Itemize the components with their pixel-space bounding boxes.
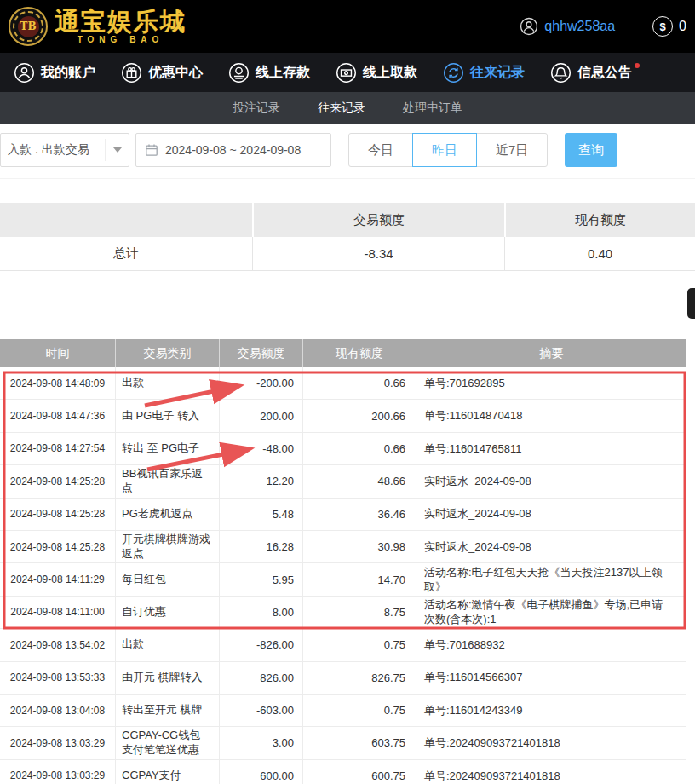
table-row: 2024-09-08 14:48:09出款-200.000.66单号:70169… <box>0 367 686 400</box>
date-range-input[interactable]: 2024-09-08 ~ 2024-09-08 <box>135 133 331 167</box>
summary-header-balance: 现有额度 <box>504 203 695 237</box>
cell-time: 2024-09-08 14:25:28 <box>0 465 115 497</box>
cell-type: 出款 <box>115 629 219 660</box>
cell-balance: 36.46 <box>302 499 416 530</box>
cell-summary: 单号:116014566307 <box>416 662 686 694</box>
chevron-down-icon <box>105 139 129 161</box>
site-subtitle: TONG BAO <box>55 35 187 44</box>
nav-item-my-account[interactable]: 我的账户 <box>14 62 95 84</box>
table-row: 2024-09-08 14:25:28开元棋牌棋牌游戏返点16.2830.98实… <box>0 531 686 563</box>
sub-nav: 投注记录 往来记录 处理中订单 <box>0 92 695 124</box>
cell-amount: 5.95 <box>219 563 302 595</box>
filter-bar: 入款 . 出款交易 2024-09-08 ~ 2024-09-08 今日 昨日 … <box>0 124 695 179</box>
cell-amount: 8.00 <box>219 597 302 628</box>
spacer <box>0 179 695 203</box>
col-header-summary: 摘要 <box>416 339 686 367</box>
cell-amount: 3.00 <box>219 727 302 758</box>
tab-processing-orders[interactable]: 处理中订单 <box>403 101 462 116</box>
cell-type: 转出至开元 棋牌 <box>115 695 219 726</box>
nav-item-records[interactable]: 往来记录 <box>443 62 525 84</box>
yesterday-button[interactable]: 昨日 <box>412 133 477 167</box>
cell-balance: 600.75 <box>302 760 416 784</box>
cell-amount: -200.00 <box>219 367 302 399</box>
deposit-icon <box>228 62 250 84</box>
nav-label: 往来记录 <box>470 64 525 82</box>
cell-balance: 30.98 <box>302 531 416 562</box>
user-area: qhhw258aa $ 0 <box>520 16 686 37</box>
tab-transaction-records[interactable]: 往来记录 <box>318 101 365 116</box>
site-logo[interactable]: TB 通宝娱乐城 TONG BAO <box>9 7 187 46</box>
balance-value: 0 <box>679 19 686 34</box>
nav-item-announcements[interactable]: 信息公告 <box>550 62 632 84</box>
table-row: 2024-09-08 14:25:28BB视讯百家乐返点12.2048.66实时… <box>0 465 686 498</box>
cell-summary: 单号:202409093721401818 <box>416 727 686 758</box>
table-row: 2024-09-08 13:03:29CGPAY支付600.00600.75单号… <box>0 760 686 784</box>
top-header: TB 通宝娱乐城 TONG BAO qhhw258aa $ 0 <box>0 0 695 53</box>
nav-label: 线上存款 <box>256 64 310 82</box>
cell-type: 转出 至 PG电子 <box>115 433 219 464</box>
user-icon <box>14 62 35 84</box>
cell-time: 2024-09-08 13:03:29 <box>0 727 115 758</box>
coin-dollar-icon[interactable]: $ <box>652 16 673 37</box>
last7days-button[interactable]: 近7日 <box>476 133 548 167</box>
table-row: 2024-09-08 14:25:28PG老虎机返点5.4836.46实时返水_… <box>0 499 686 531</box>
cell-balance: 14.70 <box>302 563 416 595</box>
cell-time: 2024-09-08 13:53:33 <box>0 662 115 694</box>
today-button[interactable]: 今日 <box>348 133 413 167</box>
cell-summary: 单号:701692895 <box>416 367 686 399</box>
col-header-amount: 交易额度 <box>219 339 302 367</box>
cell-type: 自订优惠 <box>115 597 219 628</box>
cell-amount: 12.20 <box>219 465 302 497</box>
cell-type: PG老虎机返点 <box>115 499 219 530</box>
date-range-value: 2024-09-08 ~ 2024-09-08 <box>165 143 301 157</box>
transaction-type-value: 入款 . 出款交易 <box>8 142 89 158</box>
cell-balance: 826.75 <box>302 662 416 694</box>
cell-type: CGPAY支付 <box>115 760 219 784</box>
cell-time: 2024-09-08 14:11:29 <box>0 563 115 595</box>
cell-amount: 826.00 <box>219 662 302 694</box>
transaction-type-select[interactable]: 入款 . 出款交易 <box>0 133 129 167</box>
cell-type: 由开元 棋牌转入 <box>115 662 219 694</box>
nav-item-promotions[interactable]: 优惠中心 <box>121 62 203 84</box>
nav-item-deposit[interactable]: 线上存款 <box>228 62 310 84</box>
table-body: 2024-09-08 14:48:09出款-200.000.66单号:70169… <box>0 367 686 784</box>
cell-balance: 200.66 <box>302 400 416 431</box>
cell-amount: -603.00 <box>219 695 302 726</box>
cell-amount: -48.00 <box>219 433 302 464</box>
table-header-row: 时间 交易类别 交易额度 现有额度 摘要 <box>0 339 686 367</box>
cell-balance: 48.66 <box>302 465 416 497</box>
transactions-table: 时间 交易类别 交易额度 现有额度 摘要 2024-09-08 14:48:09… <box>0 339 686 784</box>
summary-header-empty <box>0 203 252 237</box>
cell-summary: 单号:116014870418 <box>416 400 686 431</box>
cell-balance: 0.66 <box>302 433 416 464</box>
cell-time: 2024-09-08 13:04:08 <box>0 695 115 726</box>
username[interactable]: qhhw258aa <box>544 19 615 34</box>
cell-summary: 实时返水_2024-09-08 <box>416 531 686 562</box>
site-title: 通宝娱乐城 <box>55 9 187 34</box>
cell-summary: 活动名称:电子红包天天抢《当天投注2137以上领取》 <box>416 563 686 595</box>
summary-total-amount: -8.34 <box>252 237 504 270</box>
nav-label: 我的账户 <box>41 64 95 82</box>
withdraw-icon <box>336 62 357 84</box>
cell-summary: 实时返水_2024-09-08 <box>416 499 686 530</box>
col-header-type: 交易类别 <box>115 339 219 367</box>
cell-balance: 603.75 <box>302 727 416 758</box>
nav-item-withdraw[interactable]: 线上取款 <box>336 62 417 84</box>
cell-type: 由 PG电子 转入 <box>115 400 219 431</box>
summary-total-balance: 0.40 <box>504 237 695 270</box>
tab-betting-records[interactable]: 投注记录 <box>233 101 280 116</box>
cell-time: 2024-09-08 14:47:36 <box>0 400 115 431</box>
spacer <box>0 271 695 339</box>
cell-summary: 实时返水_2024-09-08 <box>416 465 686 497</box>
cell-balance: 0.75 <box>302 695 416 726</box>
cell-type: 出款 <box>115 367 219 399</box>
nav-label: 信息公告 <box>577 64 632 82</box>
floating-widget-edge[interactable] <box>687 288 695 319</box>
cell-amount: 600.00 <box>219 760 302 784</box>
cell-amount: -826.00 <box>219 629 302 660</box>
cell-type: BB视讯百家乐返点 <box>115 465 219 497</box>
table-row: 2024-09-08 13:54:02出款-826.000.75单号:70168… <box>0 629 686 661</box>
cell-summary: 活动名称:激情午夜《电子棋牌捕鱼》专场,已申请次数(含本次):1 <box>416 597 686 628</box>
cell-type: 每日红包 <box>115 563 219 595</box>
query-button[interactable]: 查询 <box>565 133 617 167</box>
